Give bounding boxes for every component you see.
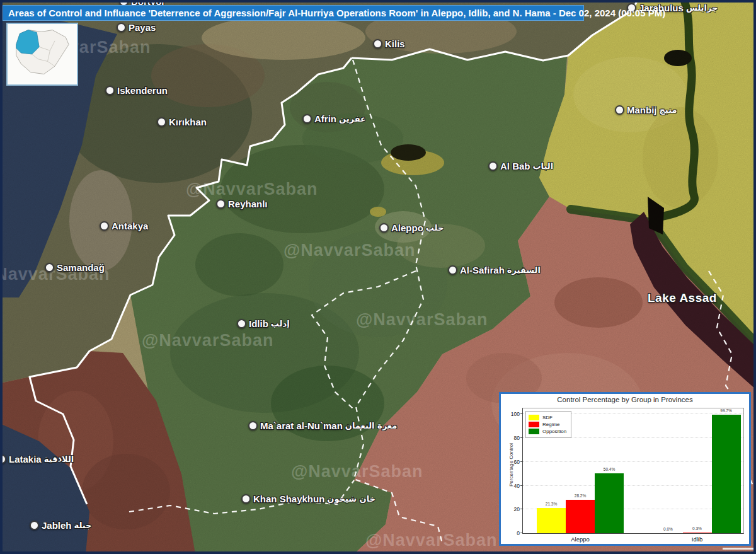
y-tick-mark — [520, 509, 523, 509]
highlighted-region — [16, 30, 39, 54]
city-label-arabic: اللاذقية — [44, 454, 74, 464]
legend-swatch — [529, 422, 539, 427]
legend-label: SDF — [542, 415, 553, 420]
city-label: Al Bab — [500, 161, 530, 171]
legend-label: Regime — [542, 422, 560, 427]
city-marker-aleppo: Aleppoحلب — [379, 222, 444, 233]
x-tick-label-idlib: Idlib — [692, 536, 702, 543]
legend-row: Regime — [529, 422, 566, 427]
watermark: @NavvarSaban — [142, 331, 273, 350]
city-dot-icon — [117, 23, 126, 32]
map-scale-bar — [723, 548, 753, 550]
city-label-arabic: جرابلس — [686, 3, 718, 13]
chart-ylabel: Percentage Control — [508, 427, 514, 503]
syria-overview-inset — [6, 23, 78, 86]
watermark: @NavvarSaban — [356, 310, 488, 330]
city-marker-latakia: Latakiaاللاذقية — [0, 454, 74, 465]
city-label-arabic: السفيرة — [507, 265, 541, 275]
city-label-arabic: معرة النعمان — [345, 421, 397, 430]
lake-assad-label: Lake Assad — [648, 291, 717, 305]
city-label: Kırıkhan — [169, 117, 207, 127]
city-label-arabic: إدلب — [271, 319, 290, 328]
watermark: @NavvarSaban — [186, 180, 318, 199]
city-label: Antakya — [112, 221, 148, 231]
city-dot-icon — [0, 454, 6, 464]
bar-value-label: 50.4% — [595, 467, 624, 471]
city-dot-icon — [241, 494, 251, 504]
chart-legend: SDFRegimeOpposition — [525, 411, 571, 438]
legend-label: Opposition — [542, 429, 566, 434]
chart-plot-area: 02040608010021.3%28.2%50.4%Aleppo0.0%0.3… — [522, 408, 744, 534]
bar-opposition-aleppo — [595, 473, 624, 533]
city-dot-icon — [302, 114, 312, 124]
bar-value-label: 28.2% — [566, 493, 595, 498]
legend-row: SDF — [529, 415, 566, 420]
watermark: @NavvarSaban — [365, 531, 497, 550]
city-marker-kilis: Kilis — [373, 38, 405, 49]
city-marker-jableh: Jablehجبلة — [30, 520, 91, 531]
city-dot-icon — [30, 521, 39, 530]
city-marker-iskenderun: Iskenderun — [105, 85, 168, 96]
city-label-arabic: الباب — [533, 161, 554, 171]
bar-value-label: 0.3% — [683, 526, 712, 531]
chart-title: Control Percentage by Group in Provinces — [501, 396, 749, 403]
y-tick-label: 20 — [514, 506, 520, 512]
city-label-arabic: خان شيخون — [327, 494, 375, 504]
city-label: Al-Safirah — [460, 265, 505, 275]
city-marker-afrin: Afrinعفرين — [302, 113, 366, 124]
city-marker-ma-arat-al-nu-man: Ma`arat al-Nu`manمعرة النعمان — [248, 420, 397, 431]
city-label: Aleppo — [391, 222, 423, 233]
bar-opposition-idlib — [712, 415, 741, 533]
city-marker-manbij: Manbijمنبج — [615, 105, 677, 115]
city-label-arabic: حلب — [426, 223, 444, 233]
watermark: @NavvarSaban — [291, 462, 423, 482]
y-tick-mark — [520, 533, 523, 533]
y-tick-label: 100 — [511, 411, 520, 417]
city-label: Reyhanlı — [228, 199, 268, 209]
city-label: Samandağ — [57, 262, 105, 273]
city-dot-icon — [100, 221, 109, 231]
city-dot-icon — [237, 319, 246, 328]
y-tick-label: 60 — [514, 459, 520, 465]
control-percentage-chart: Control Percentage by Group in Provinces… — [499, 392, 751, 546]
city-marker-payas: Payas — [117, 22, 156, 33]
city-dot-icon — [248, 421, 258, 430]
y-tick-mark — [520, 413, 523, 414]
city-label: Jableh — [42, 520, 72, 531]
y-tick-label: 0 — [517, 530, 520, 536]
watermark: @NavvarSaban — [284, 241, 415, 260]
city-dot-icon — [373, 39, 382, 49]
city-marker-al-bab: Al Babالباب — [488, 161, 553, 171]
city-label-arabic: جبلة — [74, 521, 92, 530]
city-marker-reyhanl-: Reyhanlı — [216, 199, 268, 209]
bar-regime-idlib — [683, 533, 712, 533]
legend-swatch — [529, 429, 539, 434]
bar-value-label: 99.7% — [712, 408, 741, 413]
city-marker-al-safirah: Al-Safirahالسفيرة — [448, 265, 541, 275]
city-marker-k-r-khan: Kırıkhan — [157, 117, 207, 127]
city-dot-icon — [157, 117, 166, 127]
x-tick-label-aleppo: Aleppo — [571, 536, 590, 543]
city-marker-antakya: Antakya — [100, 221, 148, 231]
city-marker-samanda-: Samandağ — [45, 262, 105, 273]
city-label-arabic: عفرين — [339, 114, 366, 124]
map-canvas: @NavvarSaban@NavvarSaban@NavvarSaban@Nav… — [0, 0, 756, 554]
syria-inset-map — [8, 24, 74, 82]
city-label: Payas — [129, 22, 156, 33]
y-tick-mark — [520, 437, 523, 438]
city-dot-icon — [448, 265, 457, 275]
city-label: Kilis — [385, 38, 405, 49]
city-label: Idlib — [249, 318, 268, 329]
city-label: Manbij — [627, 105, 657, 115]
gridline — [523, 461, 743, 462]
bar-sdf-aleppo — [537, 508, 566, 533]
city-label: Latakia — [9, 454, 42, 465]
city-dot-icon — [216, 199, 226, 209]
bar-regime-aleppo — [566, 500, 595, 533]
city-dot-icon — [45, 263, 54, 272]
city-label-arabic: منبج — [660, 105, 677, 115]
y-tick-mark — [520, 461, 523, 462]
legend-row: Opposition — [529, 429, 566, 434]
y-tick-mark — [520, 485, 523, 486]
city-marker-khan-shaykhun: Khan Shaykhunخان شيخون — [241, 493, 375, 504]
